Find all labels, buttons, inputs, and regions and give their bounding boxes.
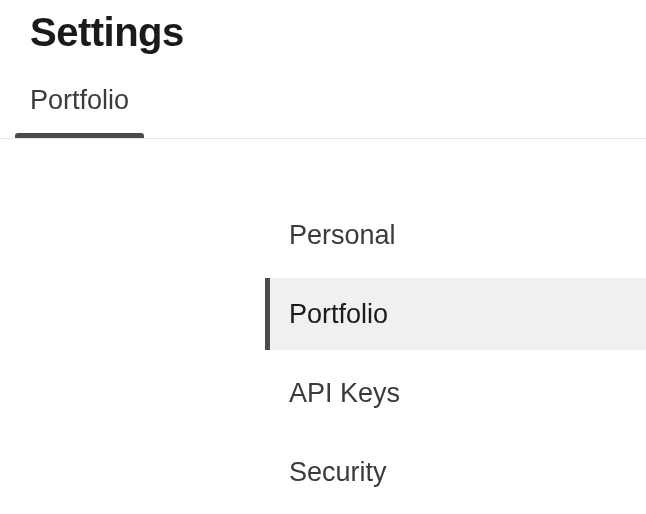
- sidebar-item-label: Security: [289, 457, 387, 488]
- tab-underline: [15, 133, 144, 138]
- tab-bar: Portfolio: [0, 55, 646, 139]
- tab-label: Portfolio: [30, 85, 129, 115]
- sidebar-item-label: Personal: [289, 220, 396, 251]
- sidebar-item-portfolio[interactable]: Portfolio: [265, 278, 646, 350]
- sidebar-item-label: Portfolio: [289, 299, 388, 330]
- header: Settings: [0, 0, 646, 55]
- page-title: Settings: [30, 10, 616, 55]
- sidebar: Personal Portfolio API Keys Security: [0, 139, 646, 508]
- sidebar-item-label: API Keys: [289, 378, 400, 409]
- sidebar-item-personal[interactable]: Personal: [265, 199, 646, 271]
- tab-portfolio[interactable]: Portfolio: [30, 85, 129, 138]
- sidebar-item-api-keys[interactable]: API Keys: [265, 357, 646, 429]
- sidebar-item-security[interactable]: Security: [265, 436, 646, 508]
